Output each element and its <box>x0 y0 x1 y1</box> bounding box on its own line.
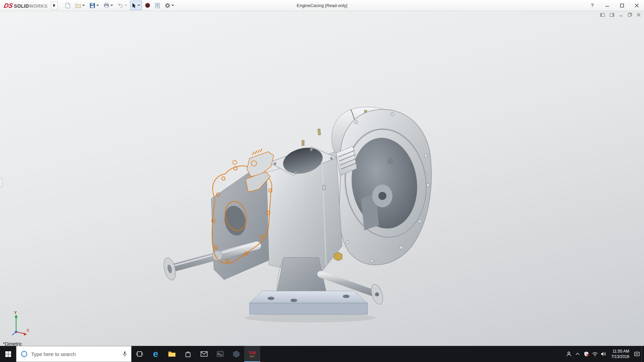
taskbar-app-edrawings[interactable] <box>228 346 244 362</box>
graphics-viewport[interactable]: Y X *Dimetric <box>0 11 644 346</box>
rebuild-button[interactable] <box>143 1 152 10</box>
hex-bolt <box>334 252 342 261</box>
cortana-icon <box>20 350 28 358</box>
undo-button[interactable] <box>116 1 129 10</box>
new-document-button[interactable] <box>63 1 72 10</box>
search-input[interactable] <box>31 351 119 357</box>
logo-solid-text: SOLID <box>14 3 29 9</box>
open-button[interactable] <box>73 1 87 10</box>
microphone-icon[interactable] <box>122 351 127 357</box>
feature-panel-splitter[interactable] <box>0 178 3 187</box>
file-explorer-icon <box>168 351 176 357</box>
minimize-button[interactable] <box>600 0 614 11</box>
rebuild-icon <box>145 3 150 8</box>
print-icon <box>104 3 109 8</box>
taskbar-search[interactable] <box>16 346 131 362</box>
options-dropdown-arrow[interactable] <box>171 5 174 6</box>
taskbar-app-mail[interactable] <box>196 346 212 362</box>
orientation-triad: Y X <box>5 310 32 337</box>
solidworks-logo: DS SOLIDWORKS <box>0 2 51 9</box>
open-dropdown-arrow[interactable] <box>82 5 85 6</box>
terminal-icon <box>217 351 224 357</box>
antivirus-icon[interactable] <box>582 346 591 362</box>
maximize-icon <box>620 4 624 7</box>
select-button[interactable] <box>130 1 142 10</box>
save-icon <box>90 3 95 8</box>
open-folder-icon <box>75 3 81 8</box>
edrawings-icon <box>233 351 240 358</box>
logo-works-text: WORKS <box>29 3 48 9</box>
print-button[interactable] <box>102 1 115 10</box>
edge-icon: e <box>153 349 158 359</box>
undo-dropdown-arrow[interactable] <box>124 5 127 6</box>
sw-badge-letters: SW <box>249 351 256 355</box>
solidworks-taskbar-icon: SW 2017 <box>248 350 257 358</box>
screen: DS SOLIDWORKS <box>0 0 644 362</box>
ds-logo-mark: DS <box>3 2 13 9</box>
view-orientation-label: *Dimetric <box>3 341 22 346</box>
save-button[interactable] <box>88 1 101 10</box>
clock-date: 7/13/2018 <box>611 354 629 359</box>
gear-icon <box>165 3 170 8</box>
window-controls: ? <box>585 0 644 11</box>
triad-y-label: Y <box>14 310 17 315</box>
taskbar-app-terminal[interactable] <box>212 346 228 362</box>
people-icon[interactable] <box>565 346 573 362</box>
close-button[interactable] <box>629 0 644 11</box>
doc-minimize-button[interactable] <box>619 13 623 17</box>
windows-taskbar: e <box>0 346 644 362</box>
close-icon <box>635 4 639 7</box>
titlebar: DS SOLIDWORKS <box>0 0 644 11</box>
triad-x-label: X <box>26 328 29 333</box>
options-button[interactable] <box>163 1 176 10</box>
select-dropdown-arrow[interactable] <box>138 5 140 6</box>
select-cursor-icon <box>132 3 137 8</box>
action-center-icon <box>634 352 640 357</box>
minimize-icon <box>605 4 609 7</box>
mail-icon <box>201 351 208 357</box>
file-properties-icon <box>155 3 160 8</box>
undo-icon <box>118 3 123 8</box>
show-desktop-button[interactable] <box>641 346 643 362</box>
windows-logo-icon <box>5 351 11 357</box>
store-icon <box>185 351 191 357</box>
doc-restore-button[interactable] <box>628 13 632 17</box>
taskbar-app-edge[interactable]: e <box>148 346 164 362</box>
save-dropdown-arrow[interactable] <box>96 5 99 6</box>
new-document-icon <box>65 3 70 8</box>
clutch-cover[interactable] <box>339 109 432 265</box>
file-properties-button[interactable] <box>153 1 162 10</box>
taskbar-app-solidworks[interactable]: SW 2017 <box>244 346 260 362</box>
base-plate-top <box>250 291 368 303</box>
volume-icon[interactable] <box>599 346 608 362</box>
start-button[interactable] <box>0 346 16 362</box>
toolbar-flyout-button[interactable] <box>51 1 58 9</box>
task-view-icon <box>136 351 143 357</box>
taskbar-app-store[interactable] <box>180 346 196 362</box>
show-hidden-icons-button[interactable] <box>573 346 582 362</box>
system-tray: 11:55 AM 7/13/2018 <box>565 346 644 362</box>
help-button[interactable]: ? <box>585 0 600 11</box>
taskbar-app-file-explorer[interactable] <box>164 346 180 362</box>
doc-close-button[interactable] <box>637 13 641 17</box>
print-dropdown-arrow[interactable] <box>110 5 113 6</box>
clock-time: 11:55 AM <box>611 349 629 354</box>
flyout-arrow-icon <box>53 4 56 7</box>
doc-pane-right-icon[interactable] <box>610 13 614 17</box>
engine-casing-model[interactable] <box>0 11 644 346</box>
taskbar-clock[interactable]: 11:55 AM 7/13/2018 <box>608 349 633 359</box>
document-title: EngineCasing [Read-only] <box>297 3 347 8</box>
task-view-button[interactable] <box>131 346 148 362</box>
chevron-up-icon <box>576 353 580 355</box>
sw-badge-year: 2017 <box>250 355 255 358</box>
maximize-button[interactable] <box>614 0 629 11</box>
network-icon[interactable] <box>591 346 599 362</box>
doc-pane-left-icon[interactable] <box>600 13 605 17</box>
base-plate-front <box>250 303 368 314</box>
action-center-button[interactable] <box>633 346 641 362</box>
document-window-controls <box>600 13 641 17</box>
